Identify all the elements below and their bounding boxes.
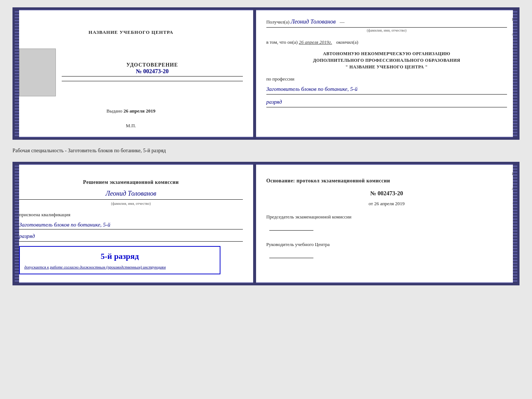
upper-certificate: НАЗВАНИЕ УЧЕБНОГО ЦЕНТРА УДОСТОВЕРЕНИЕ №… [12,7,520,140]
rank-handwritten: разряд [19,232,243,242]
edge-mark-1: И [512,17,516,21]
admit-details: работе согласно должностным (производств… [50,265,166,269]
lower-certificate: Решением экзаменационной комиссии Леонид… [12,162,520,285]
lower-fio-label: (фамилия, имя, отчество) [111,202,151,206]
photo-placeholder [19,49,56,96]
lower-right-edge-marks: И а ← [512,171,516,205]
lower-left-content: Решением экзаменационной комиссии Леонид… [19,173,243,274]
training-center-label: НАЗВАНИЕ УЧЕБНОГО ЦЕНТРА [89,29,173,35]
lower-edge-mark-2: а [512,186,516,190]
right-edge-marks: И а ← [512,17,516,51]
stamp-admit: допускается к работе согласно должностны… [24,264,215,271]
cert-middle: УДОСТОВЕРЕНИЕ № 002473-20 [19,49,243,96]
director-signature [269,251,313,258]
stamp-rank: 5-й разряд [24,250,215,263]
page-wrapper: НАЗВАНИЕ УЧЕБНОГО ЦЕНТРА УДОСТОВЕРЕНИЕ №… [12,7,520,285]
cert-title: УДОСТОВЕРЕНИЕ [62,62,243,68]
edge-mark-2: а [512,32,516,36]
mp-label: М.П. [126,123,136,129]
org-block: АВТОНОМНУЮ НЕКОММЕРЧЕСКУЮ ОРГАНИЗАЦИЮ ДО… [266,50,507,70]
qualification-text: присвоена квалификация Заготовитель блок… [19,211,243,242]
upper-cert-left: НАЗВАНИЕ УЧЕБНОГО ЦЕНТРА УДОСТОВЕРЕНИЕ №… [15,10,256,138]
specialty-label: Рабочая специальность - Заготовитель бло… [12,146,520,155]
profession-name: Заготовитель блоков по ботанике, 5-й [266,85,507,95]
upper-right-content: Получил(а) Леонид Толованов — (фамилия, … [266,17,507,107]
chairman-signature [269,223,313,231]
protocol-number: № 002473-20 [266,188,507,198]
lower-cert-right: Основание: протокол экзаменационной коми… [256,164,517,283]
lower-edge-mark-1: И [512,171,516,176]
upper-cert-right: Получил(а) Леонид Толованов — (фамилия, … [256,10,517,138]
director-block: Руководитель учебного Центра [266,241,507,261]
cert-number: № 002473-20 [62,68,243,75]
lower-right-content: Основание: протокол экзаменационной коми… [266,171,507,261]
basis-heading: Основание: протокол экзаменационной коми… [266,177,507,185]
fio-label: (фамилия, имя, отчество) [266,27,507,33]
commission-heading: Решением экзаменационной комиссии [19,179,243,186]
cert-number-value: 002473-20 [143,68,169,74]
rank-line: разряд [266,97,507,107]
issued-date: 26 апреля 2019 [123,108,155,114]
lower-name: Леонид Толованов [19,188,243,199]
qualification-name: Заготовитель блоков по ботанике, 5-й [19,220,243,229]
completion-date: 26 апреля 2019г. [299,39,332,45]
cert-id-section: УДОСТОВЕРЕНИЕ № 002473-20 [62,62,243,83]
issued-section: Выдано 26 апреля 2019 [107,108,155,114]
lower-edge-mark-3: ← [512,201,516,205]
protocol-date: от 26 апреля 2019 [266,200,507,208]
recipient-line: Получил(а) Леонид Толованов — (фамилия, … [266,17,507,33]
stamp-box: 5-й разряд допускается к работе согласно… [19,246,220,274]
profession-block: по профессии Заготовитель блоков по бота… [266,75,507,107]
edge-mark-3: ← [512,46,516,51]
completion-line: в том, что он(а) 26 апреля 2019г. окончи… [266,39,507,46]
chairman-block: Председатель экзаменационной комиссии [266,213,507,233]
recipient-name: Леонид Толованов [291,18,336,25]
lower-cert-left: Решением экзаменационной комиссии Леонид… [15,164,256,283]
